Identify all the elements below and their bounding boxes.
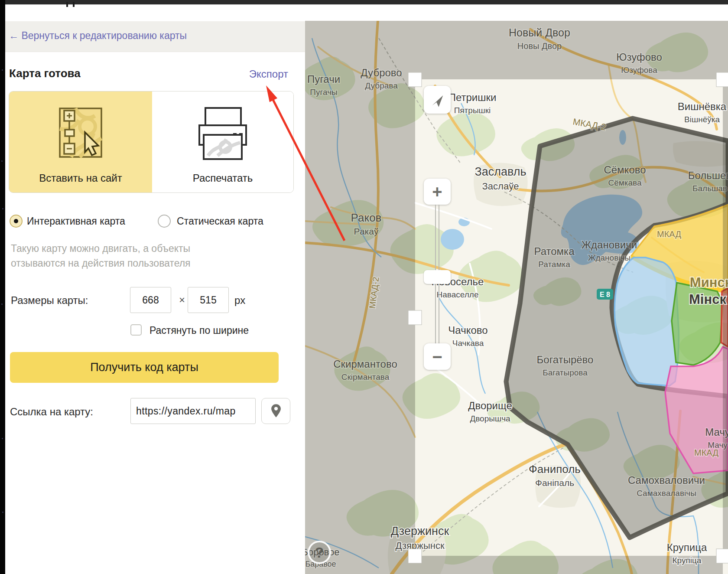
map-place-label: Новы Двор bbox=[517, 41, 562, 51]
map-place-label: Минск bbox=[690, 275, 728, 290]
interactive-map-radio[interactable] bbox=[10, 215, 23, 228]
question-icon: ? bbox=[315, 544, 324, 561]
map-place-label: Наваселле bbox=[437, 290, 479, 299]
map-place-label: Крупица bbox=[667, 541, 707, 553]
map-place-label: Фаніпаль bbox=[535, 478, 574, 488]
output-type-cards: Вставить на сайт bbox=[9, 91, 294, 193]
map-place-label: Дуброво bbox=[361, 67, 402, 78]
map-place-label: Петришки bbox=[448, 91, 497, 103]
map-place-label: Ждановічы bbox=[588, 253, 630, 262]
print-card-label: Распечатать bbox=[152, 172, 293, 184]
map-place-label: Пятрышкі bbox=[454, 106, 491, 115]
map-place-label: Чачково bbox=[448, 324, 488, 336]
export-link[interactable]: Экспорт bbox=[249, 68, 288, 80]
map-place-label: Самахвалавічы bbox=[637, 489, 696, 498]
map-place-label: Вішнёўка bbox=[684, 115, 720, 124]
map-place-label: МКАД bbox=[694, 448, 718, 457]
embed-card-label: Вставить на сайт bbox=[9, 172, 152, 184]
open-location-button[interactable] bbox=[261, 398, 290, 424]
minus-icon: − bbox=[432, 348, 442, 365]
map-place-label: Пугачи bbox=[307, 73, 340, 85]
map-place-label: Чачкава bbox=[452, 339, 484, 348]
map-place-label: Дворище bbox=[468, 400, 512, 411]
get-map-code-button[interactable]: Получить код карты bbox=[10, 352, 279, 383]
back-bar: ← Вернуться к редактированию карты bbox=[5, 21, 305, 52]
map-size-row: Размеры карты: × px bbox=[5, 287, 305, 313]
zoom-out-button[interactable]: − bbox=[424, 343, 451, 370]
map-place-label: Скірмантава bbox=[341, 372, 390, 382]
map-place-label: Ждановичи bbox=[582, 239, 637, 251]
export-side-panel: ← Вернуться к редактированию карты Карта… bbox=[5, 21, 305, 574]
selection-handle-bottomright[interactable] bbox=[716, 549, 728, 563]
stretch-label: Растянуть по ширине bbox=[150, 325, 249, 336]
map-place-label: Сёмкава bbox=[608, 178, 642, 187]
map-place-label: Ракаў bbox=[354, 226, 379, 236]
navigation-arrow-icon bbox=[429, 91, 446, 108]
printer-icon bbox=[195, 107, 250, 163]
map-type-options: Интерактивная карта Статическая карта bbox=[5, 215, 305, 228]
map-place-label: Крупіца bbox=[673, 556, 702, 565]
map-place-label: Богатырёво bbox=[537, 354, 594, 365]
map-place-label: Заслаўе bbox=[482, 181, 519, 192]
map-place-label: Новый Двор bbox=[509, 26, 570, 39]
window-left-edge bbox=[0, 0, 5, 574]
pin-icon bbox=[270, 413, 283, 420]
page-title: Карта готова bbox=[9, 67, 81, 80]
clipped-title-glyph bbox=[66, 2, 68, 7]
map-place-label: Фаниполь bbox=[529, 463, 581, 476]
map-place-label: Скирмантово bbox=[333, 358, 397, 370]
map-height-input[interactable] bbox=[188, 287, 229, 313]
map-constructor-export-page: ← Вернуться к редактированию карты Карта… bbox=[0, 0, 728, 574]
map-canvas[interactable]: Новый ДворНовы ДворЮзуфовоЮзуфоваПугачиП… bbox=[305, 21, 728, 574]
size-times-separator: × bbox=[179, 294, 185, 306]
browser-topbar bbox=[0, 0, 728, 5]
static-map-radio[interactable] bbox=[158, 215, 171, 228]
map-place-label: Ратамка bbox=[538, 260, 570, 269]
map-place-label: Бальшав bbox=[692, 184, 727, 193]
selection-handle-topright[interactable] bbox=[716, 72, 728, 87]
compass-button[interactable] bbox=[424, 86, 451, 114]
map-link-input[interactable] bbox=[130, 398, 256, 424]
map-place-label: Багатырова bbox=[543, 368, 588, 377]
selection-handle-topleft[interactable] bbox=[408, 72, 422, 87]
map-link-row: Ссылка на карту: bbox=[5, 398, 305, 424]
embed-on-site-card[interactable]: Вставить на сайт bbox=[9, 91, 152, 192]
map-place-label: Дворышча bbox=[470, 414, 510, 423]
size-unit: px bbox=[234, 294, 245, 307]
map-size-label: Размеры карты: bbox=[11, 294, 88, 307]
map-place-label: Заславль bbox=[474, 165, 526, 178]
map-place-label: МКАД bbox=[657, 229, 681, 239]
print-card[interactable]: Распечатать bbox=[152, 91, 293, 192]
map-embed-icon bbox=[54, 107, 107, 161]
map-place-label: Вишнёвка bbox=[678, 101, 727, 112]
map-width-input[interactable] bbox=[130, 287, 171, 313]
clipped-title-glyph bbox=[73, 2, 75, 7]
interactive-map-label: Интерактивная карта bbox=[27, 215, 125, 227]
svg-text:Е 8: Е 8 bbox=[600, 291, 610, 298]
static-map-label: Статическая карта bbox=[177, 215, 263, 227]
stretch-row: Растянуть по ширине bbox=[5, 324, 305, 336]
selection-handle-bottomleft[interactable] bbox=[408, 549, 422, 563]
zoom-in-button[interactable]: + bbox=[424, 179, 451, 205]
plus-icon: + bbox=[432, 183, 442, 200]
back-to-editing-link[interactable]: ← Вернуться к редактированию карты bbox=[9, 30, 187, 42]
map-place-label: Большев bbox=[688, 170, 728, 181]
help-button[interactable]: ? bbox=[308, 541, 331, 564]
road-badge: Е 8 bbox=[597, 289, 613, 300]
map-place-label: Мачу bbox=[705, 426, 728, 438]
map-place-label: Мінск bbox=[689, 292, 726, 307]
map-place-label: Юзуфово bbox=[616, 51, 662, 63]
map-place-label: Раков bbox=[351, 211, 382, 224]
map-place-label: Сёмково bbox=[604, 164, 646, 176]
map-place-label: Дубрава bbox=[365, 81, 398, 90]
map-place-label: Пугачы bbox=[310, 88, 337, 97]
stretch-checkbox[interactable] bbox=[130, 324, 142, 336]
selection-handle-midleft[interactable] bbox=[408, 310, 422, 325]
map-place-label: Ратомка bbox=[534, 245, 575, 257]
map-place-label: Юзуфова bbox=[621, 65, 657, 75]
map-place-label: Дзержинск bbox=[391, 525, 449, 538]
map-link-label: Ссылка на карту: bbox=[10, 406, 93, 418]
interactive-map-description: Такую карту можно двигать, а объекты отз… bbox=[11, 241, 191, 271]
map-place-label: Самохваловичи bbox=[628, 474, 705, 486]
zoom-slider-handle[interactable] bbox=[424, 270, 451, 284]
